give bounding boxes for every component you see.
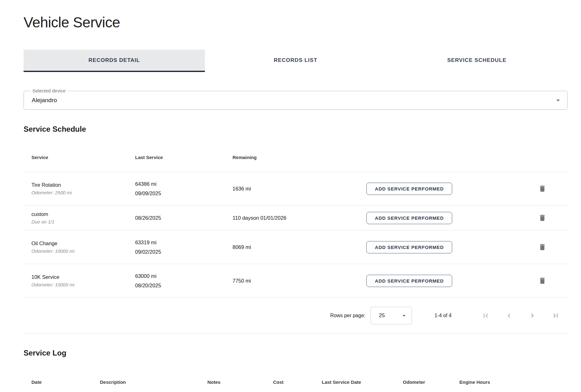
column-header-description: Description xyxy=(100,379,207,385)
last-service-date: 08/20/2025 xyxy=(135,281,233,290)
rows-per-page-arrow-icon xyxy=(400,312,408,319)
rows-per-page-select[interactable]: 25 xyxy=(370,307,412,324)
delete-icon[interactable] xyxy=(536,212,548,224)
previous-page-icon[interactable] xyxy=(505,312,513,320)
column-header-engine-hours: Engine Hours xyxy=(459,379,560,385)
remaining-value: 1636 mi xyxy=(233,186,336,192)
service-schedule-header-row: Service Last Service Remaining xyxy=(24,134,567,172)
pagination-range-label: 1-4 of 4 xyxy=(435,313,452,318)
page-title: Vehicle Service xyxy=(24,14,567,31)
remaining-value: 7750 mi xyxy=(233,278,336,284)
table-row: Oil Change Odometer: 10000 mi 63319 mi 0… xyxy=(24,230,567,264)
delete-icon[interactable] xyxy=(536,241,548,253)
column-header-last-service-date: Last Service Date xyxy=(322,379,403,385)
table-row: Tire Rotation Odometer: 2500 mi 64386 mi… xyxy=(24,172,567,206)
service-log-heading: Service Log xyxy=(24,349,567,357)
first-page-icon[interactable] xyxy=(482,312,490,320)
service-log-header-row: Date Description Notes Cost Last Service… xyxy=(24,379,567,385)
service-schedule-table: Service Last Service Remaining Tire Rota… xyxy=(24,134,567,298)
dropdown-arrow-icon xyxy=(554,96,562,104)
column-header-remaining: Remaining xyxy=(233,155,336,160)
rows-per-page-value: 25 xyxy=(371,312,385,319)
service-name: Tire Rotation xyxy=(31,181,135,189)
rows-per-page-label: Rows per page: xyxy=(330,313,365,318)
service-name: 10K Service xyxy=(31,273,135,281)
last-service-date: 09/09/2025 xyxy=(135,189,233,198)
column-header-service: Service xyxy=(31,155,135,160)
tab-service-schedule-label: SERVICE SCHEDULE xyxy=(447,57,507,63)
last-service-date: 09/02/2025 xyxy=(135,247,233,257)
service-name: Oil Change xyxy=(31,239,135,247)
tab-records-list-label: RECORDS LIST xyxy=(274,57,317,63)
tab-records-list[interactable]: RECORDS LIST xyxy=(205,50,386,72)
delete-icon[interactable] xyxy=(536,183,548,195)
service-schedule-heading: Service Schedule xyxy=(24,125,567,134)
table-row: 10K Service Odometer: 10000 mi 63000 mi … xyxy=(24,264,567,298)
next-page-icon[interactable] xyxy=(528,312,536,320)
column-header-cost: Cost xyxy=(273,379,322,385)
add-service-performed-button[interactable]: ADD SERVICE PERFORMED xyxy=(366,241,452,253)
remaining-value: 8069 mi xyxy=(233,244,336,250)
column-header-notes: Notes xyxy=(207,379,273,385)
delete-icon[interactable] xyxy=(536,275,548,287)
last-service-value: 64386 mi xyxy=(135,179,233,189)
service-subtitle: Odometer: 10000 mi xyxy=(31,247,135,255)
service-schedule-rows: Tire Rotation Odometer: 2500 mi 64386 mi… xyxy=(24,172,567,298)
pager-buttons xyxy=(467,312,560,320)
remaining-value: 110 dayson 01/01/2026 xyxy=(233,215,336,221)
last-service-value: 63000 mi xyxy=(135,271,233,281)
last-page-icon[interactable] xyxy=(551,312,560,320)
tab-service-schedule[interactable]: SERVICE SCHEDULE xyxy=(386,50,567,72)
tab-records-detail-label: RECORDS DETAIL xyxy=(89,57,140,63)
tab-records-detail[interactable]: RECORDS DETAIL xyxy=(24,50,205,72)
last-service-value: 08/26/2025 xyxy=(135,213,233,223)
add-service-performed-button[interactable]: ADD SERVICE PERFORMED xyxy=(366,183,452,195)
add-service-performed-button[interactable]: ADD SERVICE PERFORMED xyxy=(366,212,452,224)
service-subtitle: Odometer: 10000 mi xyxy=(31,281,135,289)
device-select-label: Selected device xyxy=(30,88,68,93)
pagination-bar: Rows per page: 25 1-4 of 4 xyxy=(24,298,567,334)
service-subtitle: Due on 1/1 xyxy=(31,218,135,226)
service-subtitle: Odometer: 2500 mi xyxy=(31,189,135,196)
service-name: custom xyxy=(31,210,135,218)
column-header-odometer: Odometer xyxy=(403,379,459,385)
device-select-value: Alejandro xyxy=(24,97,57,104)
last-service-value: 63319 mi xyxy=(135,238,233,247)
column-header-last-service: Last Service xyxy=(135,155,233,160)
device-select[interactable]: Selected device Alejandro xyxy=(24,91,567,110)
vehicle-service-page: Vehicle Service RECORDS DETAIL RECORDS L… xyxy=(0,14,581,385)
column-header-date: Date xyxy=(31,379,100,385)
add-service-performed-button[interactable]: ADD SERVICE PERFORMED xyxy=(366,275,452,287)
table-row: custom Due on 1/1 08/26/2025 110 dayson … xyxy=(24,206,567,230)
tab-bar: RECORDS DETAIL RECORDS LIST SERVICE SCHE… xyxy=(24,50,567,72)
